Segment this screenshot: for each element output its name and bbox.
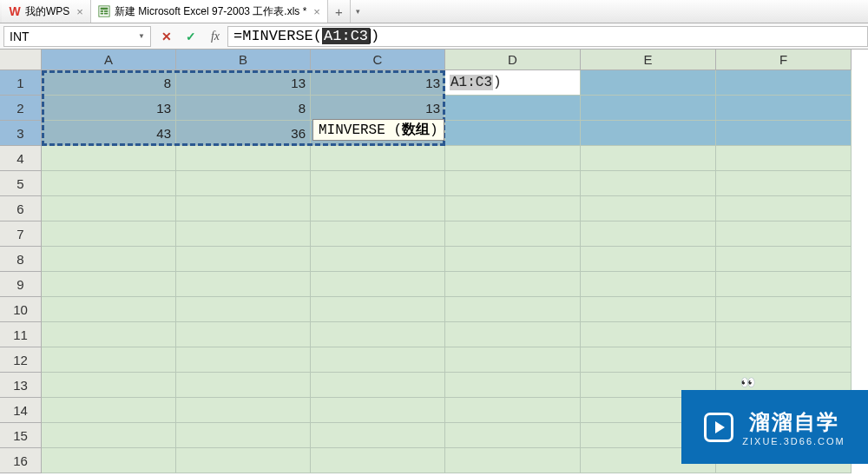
cell[interactable] xyxy=(42,171,176,196)
row-header[interactable]: 15 xyxy=(0,423,42,448)
cell[interactable] xyxy=(445,398,581,423)
cell[interactable]: 13 xyxy=(311,96,445,121)
cell[interactable] xyxy=(176,221,311,247)
row-header[interactable]: 13 xyxy=(0,373,42,398)
cell[interactable] xyxy=(311,196,445,221)
cell[interactable] xyxy=(311,221,445,247)
cell[interactable] xyxy=(311,146,445,171)
row-header[interactable]: 2 xyxy=(0,96,42,121)
cell[interactable] xyxy=(581,347,716,373)
cell[interactable] xyxy=(42,398,176,423)
cell[interactable] xyxy=(176,398,311,423)
cell[interactable] xyxy=(445,196,581,221)
row-header[interactable]: 6 xyxy=(0,196,42,221)
cell[interactable] xyxy=(176,146,311,171)
tab-my-wps[interactable]: W 我的WPS × xyxy=(2,0,91,23)
cell[interactable] xyxy=(42,196,176,221)
cell[interactable] xyxy=(581,272,716,297)
cell[interactable] xyxy=(581,221,716,247)
cell[interactable] xyxy=(716,347,852,373)
row-header[interactable]: 10 xyxy=(0,297,42,322)
tab-workbook[interactable]: 新建 Microsoft Excel 97-2003 工作表.xls * × xyxy=(91,0,328,23)
cell[interactable] xyxy=(445,121,581,146)
col-header-b[interactable]: B xyxy=(176,50,311,70)
dropdown-icon[interactable]: ▼ xyxy=(138,32,145,40)
cell[interactable] xyxy=(445,373,581,398)
row-header[interactable]: 14 xyxy=(0,398,42,423)
confirm-button[interactable]: ✓ xyxy=(179,26,203,47)
cell[interactable] xyxy=(581,247,716,272)
cell[interactable] xyxy=(311,297,445,322)
cell[interactable]: 43 xyxy=(42,121,176,146)
tab-menu-button[interactable]: ▾ xyxy=(351,0,366,23)
cell[interactable] xyxy=(42,347,176,373)
cell[interactable] xyxy=(176,347,311,373)
cell[interactable]: 8 xyxy=(42,70,176,96)
cell[interactable] xyxy=(445,96,581,121)
row-header[interactable]: 4 xyxy=(0,146,42,171)
cell[interactable] xyxy=(716,221,852,247)
cell[interactable] xyxy=(445,146,581,171)
cell[interactable] xyxy=(176,297,311,322)
cell[interactable] xyxy=(42,322,176,347)
cell[interactable] xyxy=(42,373,176,398)
cell[interactable] xyxy=(311,322,445,347)
active-cell-editor[interactable]: A1:C3) xyxy=(445,70,581,96)
cell[interactable] xyxy=(581,196,716,221)
col-header-d[interactable]: D xyxy=(445,50,581,70)
cell[interactable] xyxy=(581,297,716,322)
cell[interactable] xyxy=(311,347,445,373)
select-all-corner[interactable] xyxy=(0,50,42,70)
cell[interactable] xyxy=(716,322,852,347)
cell[interactable] xyxy=(176,272,311,297)
cell[interactable] xyxy=(176,196,311,221)
cell[interactable] xyxy=(311,398,445,423)
cell[interactable] xyxy=(42,297,176,322)
cell[interactable] xyxy=(445,247,581,272)
cell[interactable] xyxy=(42,423,176,448)
cancel-button[interactable]: ✕ xyxy=(155,26,179,47)
cell[interactable] xyxy=(581,171,716,196)
cell[interactable] xyxy=(445,297,581,322)
cell[interactable] xyxy=(42,448,176,473)
cell[interactable] xyxy=(581,322,716,347)
cell[interactable]: 13 xyxy=(311,70,445,96)
cell[interactable] xyxy=(176,322,311,347)
cell[interactable] xyxy=(716,297,852,322)
cell[interactable] xyxy=(311,423,445,448)
cell[interactable] xyxy=(581,146,716,171)
name-box[interactable]: INT ▼ xyxy=(3,26,151,47)
cell[interactable] xyxy=(445,448,581,473)
cell[interactable] xyxy=(42,221,176,247)
row-header[interactable]: 16 xyxy=(0,448,42,473)
new-tab-button[interactable]: + xyxy=(328,0,351,23)
cell[interactable] xyxy=(176,373,311,398)
fx-button[interactable]: fx xyxy=(203,26,227,47)
cell[interactable]: 13 xyxy=(42,96,176,121)
cell[interactable]: 13 xyxy=(176,70,311,96)
row-header[interactable]: 7 xyxy=(0,221,42,247)
cell[interactable]: 8 xyxy=(176,96,311,121)
cell[interactable] xyxy=(176,247,311,272)
cell[interactable] xyxy=(716,96,852,121)
cell[interactable] xyxy=(716,121,852,146)
cell[interactable] xyxy=(716,272,852,297)
formula-input[interactable]: =MINVERSE(A1:C3) xyxy=(227,26,868,47)
cell[interactable] xyxy=(716,247,852,272)
row-header[interactable]: 12 xyxy=(0,347,42,373)
cell[interactable] xyxy=(445,272,581,297)
col-header-c[interactable]: C xyxy=(311,50,445,70)
cell[interactable] xyxy=(311,373,445,398)
cell[interactable] xyxy=(42,146,176,171)
cell[interactable] xyxy=(311,247,445,272)
col-header-a[interactable]: A xyxy=(42,50,176,70)
cell[interactable] xyxy=(176,423,311,448)
cell[interactable] xyxy=(716,146,852,171)
cell[interactable] xyxy=(581,70,716,96)
cell[interactable] xyxy=(42,272,176,297)
cell[interactable] xyxy=(445,322,581,347)
cell[interactable] xyxy=(581,121,716,146)
cell[interactable] xyxy=(176,171,311,196)
col-header-e[interactable]: E xyxy=(581,50,716,70)
cell[interactable] xyxy=(581,96,716,121)
